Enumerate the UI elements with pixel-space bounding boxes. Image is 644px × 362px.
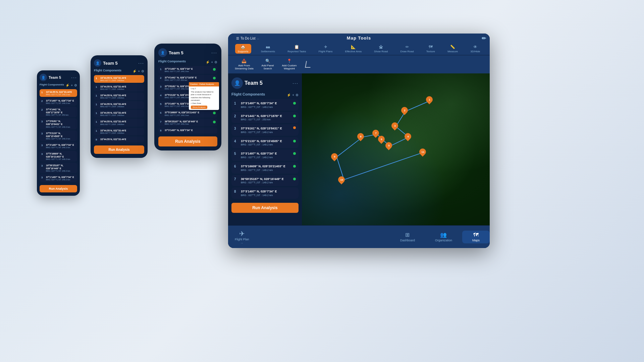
- run-analysis-btn-tablet[interactable]: Run Analysis: [231, 203, 299, 213]
- flight-item[interactable]: 2 37°4'1441'' N, 028°17'1878'' E BRG: 02…: [40, 107, 77, 117]
- flight-item[interactable]: 1 33°44.55 N, 022°33.44'E BRG:027°T | DS…: [94, 101, 144, 109]
- flight-item[interactable]: 1 33°44.55 N, 022°33.44'E BRG:027°T | DS…: [94, 128, 144, 135]
- flight-plan-btn[interactable]: ✈ Flight Plan ...: [228, 228, 256, 245]
- flight-item[interactable]: 1 33°44.55 N, 022°33.44'E BRG:027°T | DS…: [94, 110, 144, 118]
- tablet-flight-item[interactable]: 6 37°5'16609'' N, 028°20'21403'' E BRG :…: [231, 162, 299, 174]
- flight-item[interactable]: 1 33°44.55 N, 022°33.44'E BRG:027°T | DS…: [94, 93, 144, 100]
- tool-icon-md-2[interactable]: +: [138, 69, 140, 73]
- item-meta: BRG: 027°T | ST: 149.2 km: [46, 146, 74, 148]
- tool-icon-3[interactable]: ⚙: [74, 83, 77, 87]
- 3d-hide-icon: 👁: [473, 45, 477, 49]
- tablet-tool-3[interactable]: ⚙: [296, 93, 299, 97]
- flight-item[interactable]: 1 37°3'1497'' N, 028°7'34'' E BRG: 027°T…: [158, 66, 217, 74]
- tablet-flight-item[interactable]: 2 37°4'1441'' N, 028°17'1878'' E BRG : 0…: [231, 112, 299, 123]
- flight-item[interactable]: 3 37°3'1497'' N, 028°7'34'' E BRG: 027°T…: [40, 142, 77, 150]
- flight-item[interactable]: 3 16°59'25187'' N, 028°16'449'' E BRG: 0…: [40, 163, 77, 173]
- map-tools-title: Map Tools: [347, 36, 371, 41]
- show-analysis-btn[interactable]: Show Analysis: [191, 106, 207, 109]
- bottom-nav-dashboard[interactable]: ⊞ Dashboard: [390, 230, 425, 243]
- nav-item-flight-plans[interactable]: ✈ Flight Plans: [316, 44, 335, 54]
- flight-item[interactable]: 6 37°5'16609'' N, 028°20'21403'' E BRG: …: [158, 110, 217, 117]
- avatar-icon: 👤: [41, 76, 45, 79]
- flight-item-tooltip[interactable]: 4 37°5'2133'' N, 028°15'4505'' E BRG: 02…: [158, 92, 217, 100]
- tablet-panel-header: 👤 Team 5 ···: [231, 77, 299, 89]
- tooltip-header: Caution - Failed Analysis: [189, 82, 219, 86]
- section-row-large: Flight Components ⚡ + ⚙: [158, 60, 217, 64]
- tablet-tool-2[interactable]: +: [292, 93, 294, 97]
- bottom-nav-maps[interactable]: 🗺 Maps: [462, 231, 490, 243]
- action-btns-row: 📥 Add FromStreaming Data 🔍 Add PanelSear…: [228, 55, 490, 73]
- flight-item[interactable]: 8 33°44.55 N, 022°33.44'E: [94, 136, 144, 142]
- tool-icon-md-3[interactable]: ⚙: [141, 69, 144, 73]
- dots-menu-large[interactable]: ···: [211, 50, 217, 55]
- nav-item-3dhide[interactable]: 👁 3D/Hide: [468, 44, 483, 54]
- tablet-flight-item[interactable]: 4 37°5'2133'' N, 028°15'4505'' E BRG : 0…: [231, 137, 299, 148]
- add-panel-search-btn[interactable]: 🔍 Add PanelSearch: [259, 57, 277, 71]
- tool-lg-3[interactable]: ⚙: [214, 60, 217, 64]
- flight-item[interactable]: 3 37°5'2133'' N, 028°15'4505'' E BRG: 02…: [40, 130, 77, 141]
- nav-item-show-road[interactable]: 🛣 Show Road: [371, 44, 390, 54]
- nav-item-settlements[interactable]: 🏘 Settlements: [258, 44, 278, 54]
- tablet-map[interactable]: 1 2 3 4 5 6 7 8 9 10 11: [302, 73, 490, 225]
- nav-label-texture: Texture: [426, 50, 435, 53]
- flight-item[interactable]: 1 33°44.55 N, 022°33.44'E BRG:027°T | DS…: [94, 119, 144, 126]
- nav-label-reported-tasks: Reported Tasks: [287, 50, 306, 53]
- tablet-flight-item[interactable]: 3 37°3'6161'' N, 028°15'8431'' E BRG : 0…: [231, 124, 299, 136]
- todo-list-btn[interactable]: ☰ To Do List ...: [231, 34, 264, 42]
- tool-lg-1[interactable]: ⚡: [206, 60, 210, 64]
- section-tools-medium: ⚡ + ⚙: [132, 69, 144, 73]
- tool-lg-2[interactable]: +: [211, 60, 213, 64]
- edit-icon[interactable]: ✏: [482, 35, 486, 41]
- nav-item-supports[interactable]: 🏠 Supports: [235, 44, 251, 54]
- run-analysis-btn-medium[interactable]: Run Analysis: [94, 145, 144, 154]
- tool-icon-2[interactable]: +: [71, 83, 73, 87]
- avatar-icon-md: 👤: [96, 61, 100, 65]
- flight-item[interactable]: 7 36°59'25187'' N, 028°16'449'' E BRG: 0…: [158, 119, 217, 126]
- flight-item[interactable]: 1 33°44.55 N, 022°33.44'E BRG:027°T | DS…: [94, 84, 144, 92]
- item-num: 2: [41, 99, 45, 103]
- flight-item[interactable]: 3 17°3'6161'' N, 028°15'8431'' E BRG: 02…: [40, 118, 77, 129]
- nav-label-effective-area: Effective Area: [345, 50, 362, 53]
- dots-menu-small[interactable]: ···: [71, 75, 77, 80]
- flight-item[interactable]: 1 33°44.55 N, 022°33.44'E BRG:027°T | DS…: [94, 75, 144, 83]
- nav-item-effective-area[interactable]: 📐 Effective Area: [342, 44, 364, 54]
- tooltip-log: Log 2: [191, 87, 217, 90]
- bottom-nav-organization[interactable]: 👥 Organization: [425, 230, 462, 243]
- dots-menu-medium[interactable]: ···: [138, 60, 144, 66]
- add-from-streaming-btn[interactable]: 📥 Add FromStreaming Data: [232, 57, 256, 71]
- flight-item[interactable]: 3 37°1'1497'' N, 028°7'34'' E BRG: 027°T…: [40, 174, 77, 182]
- tablet-tool-1[interactable]: ⚡: [287, 93, 291, 97]
- nav-item-texture[interactable]: 🗺 Texture: [424, 44, 438, 54]
- tablet-flight-item[interactable]: 7 36°59'25187'' N, 028°16'449'' E BRG : …: [231, 175, 299, 186]
- flight-item[interactable]: 2 37°3'1497'' N, 028°7'34'' E BRG: 027°T…: [40, 98, 77, 106]
- flight-item[interactable]: 2 37°4'1441'' N, 028°17'1878'' E BRG: 02…: [158, 75, 217, 82]
- tablet-bottom-bar: ✈ Flight Plan ... ⊞ Dashboard 👥 Organiza…: [228, 225, 490, 248]
- item-coords: 37°5'2133'' N, 028°15'4505'' E: [46, 132, 75, 138]
- nav-label-settlements: Settlements: [261, 50, 275, 53]
- tablet-flight-item[interactable]: 1 37°3'1497'' N, 028°7'34'' E BRG : 027°…: [231, 99, 299, 111]
- flight-item[interactable]: 8 37°3'1497'' N, 028°7'34'' E: [158, 127, 217, 133]
- flight-item[interactable]: 3 37°5'16609'' N, 028°20'21403'' E BRG: …: [40, 151, 77, 162]
- run-analysis-btn-large[interactable]: Run Analysis: [158, 136, 217, 146]
- tablet-flight-item[interactable]: 5 37°3'1497'' N, 028°7'34'' E BRG : 027°…: [231, 149, 299, 161]
- streaming-icon: 📥: [241, 59, 247, 63]
- nav-item-measure[interactable]: 📏 Measure: [445, 44, 461, 54]
- tablet-flight-item[interactable]: 8 37°3'1497'' N, 028°7'34'' E BRG : 027°…: [231, 187, 299, 199]
- item-meta: BRG: 027°T | ST: 149.2 km: [46, 179, 74, 181]
- nav-label-measure: Measure: [447, 50, 458, 53]
- tablet-side-panel: 👤 Team 5 ··· Flight Components ⚡ + ⚙ 1: [228, 73, 302, 225]
- add-custom-waypoint-btn[interactable]: 📍 Add CustomWaypoint: [279, 57, 300, 71]
- avatar-large: 👤: [158, 48, 167, 57]
- run-analysis-btn-small[interactable]: Run Analysis: [40, 185, 77, 192]
- dots-menu-tablet[interactable]: ···: [292, 80, 299, 86]
- tool-icon-md-1[interactable]: ⚡: [132, 69, 137, 73]
- tool-icon-1[interactable]: ⚡: [65, 83, 69, 87]
- flight-item[interactable]: 1 33°44.55 N, 022°33.44'E BRG: 027°T | S…: [40, 89, 77, 97]
- item-meta: BRG: 027°T | ST: 149.2 km: [46, 126, 75, 128]
- item-num: 2: [41, 108, 45, 111]
- cursor-icon: [305, 61, 312, 68]
- nav-item-reported-tasks[interactable]: 📋 Reported Tasks: [285, 44, 309, 54]
- nav-item-draw-road[interactable]: ✏ Draw Road: [398, 44, 417, 54]
- avatar-medium: 👤: [94, 59, 101, 67]
- nav-label-draw-road: Draw Road: [400, 50, 414, 53]
